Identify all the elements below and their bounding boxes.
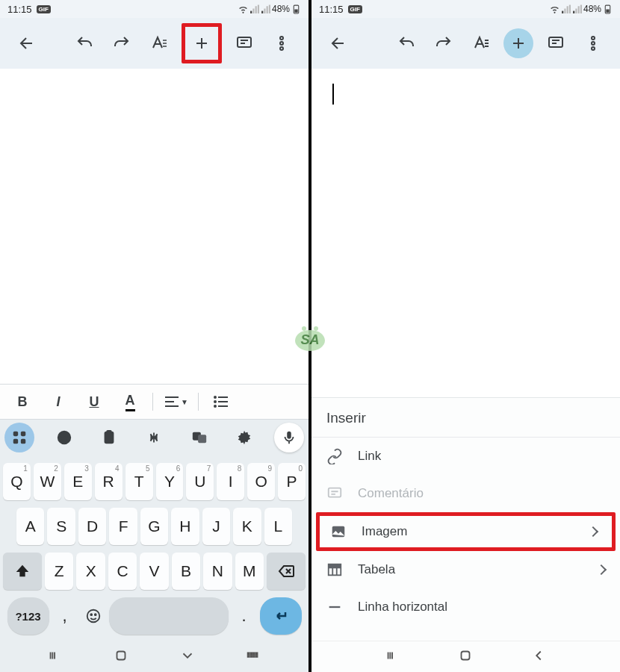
more-button[interactable] <box>267 28 297 58</box>
nav-home[interactable] <box>113 647 129 667</box>
key-i[interactable]: I8 <box>217 463 244 500</box>
kb-apps-button[interactable] <box>4 423 34 452</box>
nav-keyboard-down[interactable] <box>179 647 196 667</box>
insert-hr-item[interactable]: Linha horizontal <box>311 588 620 626</box>
comment-button[interactable] <box>229 28 259 58</box>
insert-comment-label: Comentário <box>358 486 424 501</box>
key-e[interactable]: E3 <box>64 463 92 500</box>
key-v[interactable]: V <box>140 553 168 590</box>
svg-rect-29 <box>256 653 258 654</box>
key-m[interactable]: M <box>235 553 264 590</box>
insert-link-item[interactable]: Link <box>311 438 620 475</box>
nav-back[interactable] <box>530 647 547 667</box>
nav-home[interactable] <box>457 647 474 667</box>
status-time: 11:15 <box>7 4 32 15</box>
italic-button[interactable]: I <box>42 388 75 415</box>
kb-cursor-button[interactable] <box>139 423 169 452</box>
key-z[interactable]: Z <box>45 553 73 590</box>
shift-key[interactable] <box>3 553 42 590</box>
comma-key[interactable]: , <box>52 597 78 635</box>
svg-point-15 <box>66 435 67 437</box>
symbols-key[interactable]: ?123 <box>7 597 49 635</box>
svg-rect-9 <box>13 432 18 436</box>
key-f[interactable]: F <box>109 508 137 545</box>
key-k[interactable]: K <box>233 508 261 545</box>
redo-button[interactable] <box>429 28 459 58</box>
list-button[interactable] <box>205 388 238 415</box>
key-p[interactable]: P0 <box>278 463 306 500</box>
text-cursor <box>332 84 334 105</box>
key-n[interactable]: N <box>203 553 232 590</box>
enter-key[interactable] <box>260 597 302 635</box>
text-format-button[interactable] <box>466 28 496 58</box>
svg-point-47 <box>314 326 318 331</box>
link-icon <box>326 448 343 464</box>
key-b[interactable]: B <box>172 553 200 590</box>
emoji-key[interactable] <box>81 597 106 635</box>
key-r[interactable]: R4 <box>95 463 123 500</box>
key-u[interactable]: U7 <box>186 463 214 500</box>
insert-button[interactable] <box>187 28 217 58</box>
key-s[interactable]: S <box>47 508 75 545</box>
key-j[interactable]: J <box>202 508 230 545</box>
key-d[interactable]: D <box>78 508 106 545</box>
svg-rect-2 <box>238 37 251 47</box>
back-button[interactable] <box>12 28 42 58</box>
more-button[interactable] <box>578 28 608 58</box>
wifi-icon <box>550 4 559 14</box>
text-format-button[interactable] <box>144 28 174 58</box>
key-l[interactable]: L <box>264 508 292 545</box>
insert-button-active[interactable] <box>503 28 533 58</box>
key-h[interactable]: H <box>171 508 199 545</box>
undo-button[interactable] <box>391 28 421 58</box>
kb-clipboard-button[interactable] <box>94 423 124 452</box>
document-area[interactable] <box>0 69 309 384</box>
chevron-right-icon <box>596 564 607 575</box>
key-c[interactable]: C <box>108 553 137 590</box>
watermark: SA <box>294 320 326 352</box>
svg-rect-31 <box>250 656 252 657</box>
insert-highlight-box <box>182 23 222 63</box>
nav-bar <box>311 641 620 672</box>
period-key[interactable]: . <box>232 597 257 635</box>
space-key[interactable] <box>109 597 229 635</box>
underline-button[interactable]: U <box>78 388 111 415</box>
text-color-button[interactable]: A <box>114 388 146 415</box>
insert-image-item[interactable]: Imagem <box>316 512 616 551</box>
nav-recent[interactable] <box>385 647 401 667</box>
signal-icon-2 <box>572 4 582 14</box>
key-a[interactable]: A <box>16 508 44 545</box>
key-x[interactable]: X <box>76 553 105 590</box>
redo-button[interactable] <box>107 28 137 58</box>
back-button[interactable] <box>323 28 353 58</box>
key-q[interactable]: Q1 <box>3 463 31 500</box>
svg-rect-27 <box>250 653 252 654</box>
svg-point-8 <box>214 405 216 407</box>
key-g[interactable]: G <box>140 508 168 545</box>
signal-icon <box>561 4 571 14</box>
key-y[interactable]: Y6 <box>156 463 184 500</box>
comment-button[interactable] <box>541 28 571 58</box>
svg-rect-26 <box>248 653 249 654</box>
insert-table-item[interactable]: Tabela <box>311 551 620 588</box>
nav-keyboard-icon[interactable] <box>245 647 261 667</box>
svg-point-5 <box>280 47 283 50</box>
svg-rect-25 <box>117 652 125 660</box>
svg-rect-11 <box>13 439 18 444</box>
key-t[interactable]: T5 <box>125 463 153 500</box>
svg-point-46 <box>302 326 306 331</box>
key-o[interactable]: O9 <box>247 463 275 500</box>
nav-recent[interactable] <box>47 647 63 667</box>
svg-rect-30 <box>248 656 249 657</box>
key-w[interactable]: W2 <box>34 463 61 500</box>
kb-translate-button[interactable] <box>185 423 214 452</box>
document-area[interactable] <box>311 69 620 397</box>
align-button[interactable]: ▼ <box>159 388 192 415</box>
battery-icon <box>603 4 613 14</box>
kb-emoji-button[interactable] <box>49 423 79 452</box>
backspace-key[interactable] <box>267 553 306 590</box>
kb-settings-button[interactable] <box>229 423 259 452</box>
undo-button[interactable] <box>69 28 99 58</box>
kb-mic-button[interactable] <box>274 423 304 452</box>
bold-button[interactable]: B <box>6 388 39 415</box>
